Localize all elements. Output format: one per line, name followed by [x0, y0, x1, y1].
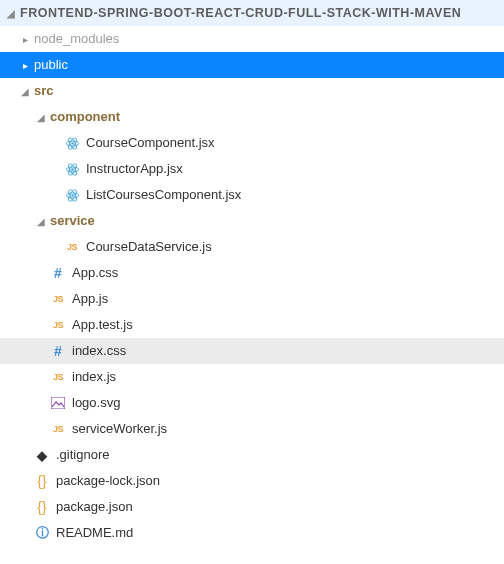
js-icon: JS — [50, 317, 66, 333]
file-label: package.json — [56, 494, 133, 520]
tree-item-service-worker[interactable]: ▸ JS serviceWorker.js — [0, 416, 504, 442]
tree-item-logo-svg[interactable]: ▸ logo.svg — [0, 390, 504, 416]
tree-item-app-test[interactable]: ▸ JS App.test.js — [0, 312, 504, 338]
chevron-down-icon: ◢ — [36, 112, 46, 123]
js-icon: JS — [64, 239, 80, 255]
json-icon: {} — [34, 473, 50, 489]
css-icon: # — [50, 343, 66, 359]
image-icon — [50, 395, 66, 411]
file-tree: ◢ FRONTEND-SPRING-BOOT-REACT-CRUD-FULL-S… — [0, 0, 504, 546]
tree-item-gitignore[interactable]: ▸ ◆ .gitignore — [0, 442, 504, 468]
tree-item-service[interactable]: ◢ service — [0, 208, 504, 234]
file-label: ListCoursesComponent.jsx — [86, 182, 241, 208]
chevron-down-icon: ◢ — [20, 86, 30, 97]
folder-label: component — [50, 104, 120, 130]
tree-item-course-data-service[interactable]: ▸ JS CourseDataService.js — [0, 234, 504, 260]
file-label: App.js — [72, 286, 108, 312]
js-icon: JS — [50, 421, 66, 437]
svg-point-0 — [71, 142, 74, 145]
tree-item-index-css[interactable]: ▸ # index.css — [0, 338, 504, 364]
file-label: README.md — [56, 520, 133, 546]
tree-item-app-css[interactable]: ▸ # App.css — [0, 260, 504, 286]
file-label: index.js — [72, 364, 116, 390]
folder-label: service — [50, 208, 95, 234]
tree-item-instructor-app[interactable]: ▸ InstructorApp.jsx — [0, 156, 504, 182]
js-icon: JS — [50, 291, 66, 307]
git-icon: ◆ — [34, 447, 50, 463]
js-icon: JS — [50, 369, 66, 385]
chevron-down-icon: ◢ — [6, 8, 16, 19]
css-icon: # — [50, 265, 66, 281]
tree-item-index-js[interactable]: ▸ JS index.js — [0, 364, 504, 390]
folder-label: src — [34, 78, 54, 104]
svg-point-4 — [71, 168, 74, 171]
tree-item-app-js[interactable]: ▸ JS App.js — [0, 286, 504, 312]
tree-root[interactable]: ◢ FRONTEND-SPRING-BOOT-REACT-CRUD-FULL-S… — [0, 0, 504, 26]
react-icon — [64, 187, 80, 203]
file-label: InstructorApp.jsx — [86, 156, 183, 182]
root-label: FRONTEND-SPRING-BOOT-REACT-CRUD-FULL-STA… — [20, 0, 461, 26]
info-icon: ⓘ — [34, 525, 50, 541]
svg-rect-12 — [51, 397, 65, 409]
chevron-right-icon: ▸ — [20, 34, 30, 45]
svg-point-8 — [71, 194, 74, 197]
file-label: index.css — [72, 338, 126, 364]
tree-item-node-modules[interactable]: ▸ node_modules — [0, 26, 504, 52]
file-label: CourseDataService.js — [86, 234, 212, 260]
tree-item-component[interactable]: ◢ component — [0, 104, 504, 130]
tree-item-list-courses[interactable]: ▸ ListCoursesComponent.jsx — [0, 182, 504, 208]
file-label: App.test.js — [72, 312, 133, 338]
react-icon — [64, 161, 80, 177]
file-label: CourseComponent.jsx — [86, 130, 215, 156]
tree-item-public[interactable]: ▸ public — [0, 52, 504, 78]
folder-label: node_modules — [34, 26, 119, 52]
chevron-down-icon: ◢ — [36, 216, 46, 227]
react-icon — [64, 135, 80, 151]
json-icon: {} — [34, 499, 50, 515]
file-label: .gitignore — [56, 442, 109, 468]
file-label: logo.svg — [72, 390, 120, 416]
tree-item-package-lock[interactable]: ▸ {} package-lock.json — [0, 468, 504, 494]
tree-item-course-component[interactable]: ▸ CourseComponent.jsx — [0, 130, 504, 156]
tree-item-package-json[interactable]: ▸ {} package.json — [0, 494, 504, 520]
chevron-right-icon: ▸ — [20, 60, 30, 71]
tree-item-src[interactable]: ◢ src — [0, 78, 504, 104]
folder-label: public — [34, 52, 68, 78]
tree-item-readme[interactable]: ▸ ⓘ README.md — [0, 520, 504, 546]
file-label: package-lock.json — [56, 468, 160, 494]
file-label: App.css — [72, 260, 118, 286]
file-label: serviceWorker.js — [72, 416, 167, 442]
